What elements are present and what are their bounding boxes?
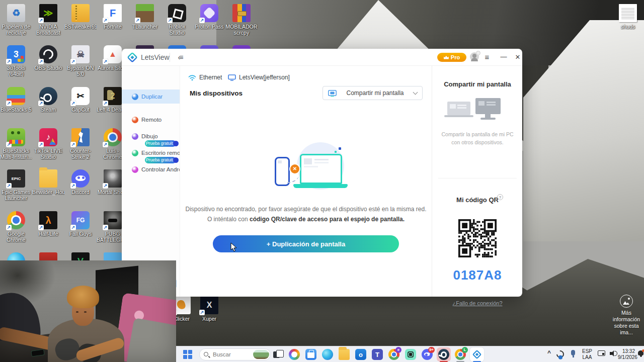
- sidebar-item-label: Dibujo: [141, 133, 158, 139]
- spotlight-info[interactable]: Más información sobre esta ima...: [609, 295, 644, 336]
- menu-icon[interactable]: ≡: [482, 53, 492, 62]
- microsoft-store-icon: [305, 349, 316, 360]
- app-icon: ♪↗: [39, 128, 57, 146]
- shortcut-arrow-icon: ↗: [103, 183, 108, 189]
- desktop-icon-epic-games-launcher[interactable]: EPIC↗Epic Games Launcher: [0, 169, 32, 201]
- collapse-sidebar-icon[interactable]: ‹≡: [175, 53, 185, 62]
- desktop-icon-obs-studio[interactable]: ↗OBS Studio: [32, 45, 64, 71]
- search-input[interactable]: [212, 349, 252, 359]
- tray-overflow-chevron-icon[interactable]: ^: [547, 349, 551, 356]
- sidebar-item-remoto[interactable]: Remoto: [122, 113, 180, 127]
- taskbar-icon-teams[interactable]: T: [370, 347, 384, 361]
- empty-state-line2: O inténtalo con código QR/clave de acces…: [180, 216, 432, 223]
- pro-button[interactable]: Pro: [437, 53, 466, 62]
- empty-state-line1: Dispositivo no encontrado, por favor ase…: [180, 206, 432, 213]
- letsview-icon: [471, 349, 482, 360]
- shortcut-arrow-icon: ↗: [103, 142, 108, 147]
- monitor-stand: [485, 114, 491, 118]
- tray-microphone-icon[interactable]: [571, 350, 575, 355]
- taskbar-icon-file-explorer[interactable]: [337, 347, 351, 361]
- icon-label: Fortnite: [97, 24, 129, 30]
- taskbar-icon-screen-recorder[interactable]: [404, 347, 418, 361]
- desktop-icon-half-life[interactable]: λ↗Half-Life: [32, 211, 64, 237]
- taskbar-icon-copilot[interactable]: [287, 347, 301, 361]
- desktop-icon-xuper[interactable]: X↗Xuper: [193, 296, 225, 322]
- taskbar-icon-chrome-profile-e[interactable]: e: [387, 347, 401, 361]
- screen-mirror-button[interactable]: + Duplicación de pantalla: [213, 235, 399, 252]
- desktop-icon-bstweaker69020[interactable]: BSTweaker69020: [64, 4, 97, 30]
- desktop-icon-tiktok-live-studio[interactable]: ♪↗TikTok LIVE Studio: [32, 128, 64, 160]
- app-icon: ↗: [104, 169, 122, 188]
- shortcut-arrow-icon: ↗: [199, 310, 205, 315]
- desktop-icon-steam[interactable]: ↗Steam: [32, 87, 64, 113]
- taskbar-icon-microsoft-store[interactable]: [304, 347, 318, 361]
- tray-clock[interactable]: 13:32 9/1/2026: [618, 348, 635, 360]
- desktop-icon-tlauncher[interactable]: ↗TLauncher: [129, 4, 161, 30]
- devices-heading: Mis dispositivos: [190, 89, 243, 97]
- shortcut-arrow-icon: ↗: [6, 142, 12, 147]
- taskbar-icon-discord[interactable]: 9+: [420, 347, 434, 361]
- share-screen-dropdown[interactable]: Compartir mi pantalla: [323, 86, 423, 100]
- spotlight-image-icon: [620, 295, 633, 308]
- chrome-profile-e-icon: e: [388, 349, 399, 360]
- app-icon: F↗: [104, 4, 122, 22]
- taskbar-icon-letsview[interactable]: [470, 347, 484, 361]
- desktop-icon-discord[interactable]: ↗Discord: [64, 169, 97, 195]
- taskbar-icon-chrome-profile-l[interactable]: L: [453, 347, 467, 361]
- shortcut-arrow-icon: ↗: [6, 225, 12, 230]
- app-icon: ↗: [7, 87, 25, 105]
- illustration-dot: [335, 151, 337, 153]
- desktop-icon-fall-guys[interactable]: FG↗Fall Guys: [64, 211, 97, 237]
- monitor-large-icon: [475, 98, 501, 114]
- minimize-button[interactable]: —: [498, 53, 509, 62]
- search-icon: [204, 352, 208, 356]
- shortcut-arrow-icon: ↗: [135, 18, 140, 23]
- account-avatar[interactable]: [470, 52, 479, 61]
- icon-glyph: ♻: [7, 4, 25, 22]
- desktop-icon-papelera-de-reciclaje[interactable]: ♻Papelera de reciclaje: [0, 4, 32, 36]
- taskbar-search[interactable]: [199, 348, 271, 360]
- tray-language[interactable]: ESP LAA: [580, 348, 595, 360]
- desktop-icon-roblox-studio[interactable]: ↗Roblox Studio: [161, 4, 193, 36]
- mirror-code: 0187A8: [432, 267, 523, 283]
- tray-notification-bell-icon[interactable]: [638, 350, 643, 355]
- tab-ethernet[interactable]: Ethernet: [188, 72, 222, 82]
- crown-icon: [444, 56, 449, 59]
- desktop-icon-counter-strike-2[interactable]: ↗Counter-Strike 2: [64, 128, 97, 160]
- desktop-icon-bluestacks-5[interactable]: ↗BlueStacks 5: [0, 87, 32, 113]
- taskbar-icon-outlook[interactable]: o: [354, 347, 368, 361]
- controlar-android-icon: [132, 166, 138, 173]
- desktop-icon-capcut[interactable]: ✂↗CapCut: [64, 87, 97, 113]
- icon-label: Discord: [64, 189, 97, 195]
- desktop-icon-fortnite[interactable]: F↗Fortnite: [97, 4, 129, 30]
- desktop-icon-nvidia-broadcast[interactable]: ≫↗NVIDIA Broadcast: [32, 4, 64, 36]
- taskbar-icon-edge[interactable]: [320, 347, 335, 361]
- close-button[interactable]: ✕: [512, 53, 523, 62]
- desktop-icon-google-chrome[interactable]: ↗Google Chrome: [0, 211, 32, 243]
- icon-label: Fall Guys: [64, 231, 97, 237]
- remoto-icon: [132, 117, 138, 123]
- start-button[interactable]: [183, 350, 192, 359]
- connection-failed-link[interactable]: ¿Fallo de conexión?: [432, 300, 523, 306]
- desktop-icon-shuds[interactable]: shuds: [612, 4, 644, 30]
- desktop-icon-bluestacks-multi-instan-[interactable]: ↗BlueStacks Multi-Instan...: [0, 128, 32, 160]
- tray-network-icon[interactable]: [598, 350, 605, 356]
- icon-label: TLauncher: [129, 24, 161, 30]
- shortcut-arrow-icon: ↗: [70, 183, 76, 189]
- taskbar-icon-task-view[interactable]: [271, 347, 285, 361]
- help-icon[interactable]: ?: [497, 194, 503, 200]
- desktop-icon-bypass-on-5-0[interactable]: ☠↗Bypass ON 5.0: [64, 45, 97, 77]
- icon-badge: e: [395, 347, 401, 353]
- sidebar-item-controlar-android[interactable]: Controlar Android: [122, 162, 180, 176]
- share-panel-caption: Compartir la pantalla de mi PC con otros…: [438, 130, 517, 147]
- desktop-icon-proton-pass[interactable]: ↗Proton Pass: [193, 4, 225, 30]
- desktop-icon-bewilder-house[interactable]: Bewilder_House: [32, 169, 64, 195]
- tray-speaker-icon[interactable]: [610, 350, 618, 356]
- tab-letsview-device[interactable]: LetsView[jefferson]: [228, 72, 290, 82]
- taskbar-icon-steam[interactable]: [437, 347, 451, 361]
- desktop-icon-mobilador-scrcpy[interactable]: MOBILADOR scrcpy: [225, 4, 258, 36]
- sidebar-item-duplicar[interactable]: Duplicar: [122, 89, 180, 104]
- icon-label: CapCut: [64, 107, 97, 113]
- tray-update-icon[interactable]: [555, 349, 566, 359]
- desktop-icon-3utools-64bit-[interactable]: 3↗3uTools (64bit): [0, 45, 32, 77]
